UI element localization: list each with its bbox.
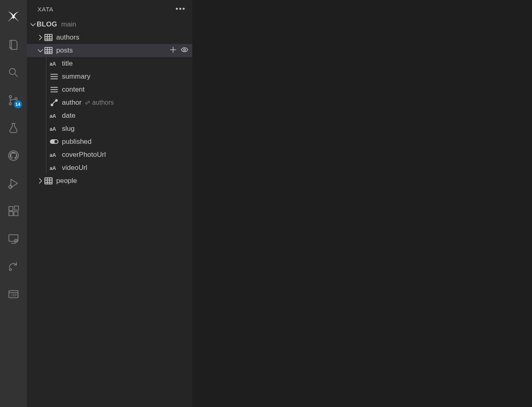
bool-type-icon <box>50 137 59 146</box>
linked-table-ref: authors <box>85 99 114 106</box>
table-label: posts <box>56 46 73 55</box>
svg-rect-6 <box>9 207 13 211</box>
table-posts[interactable]: posts <box>27 44 192 57</box>
column-title[interactable]: aA title <box>27 57 192 70</box>
panel-header: XATA ••• <box>27 0 192 18</box>
add-column-icon[interactable] <box>169 46 177 55</box>
table-label: authors <box>56 33 79 42</box>
column-summary[interactable]: summary <box>27 70 192 83</box>
chevron-down-icon <box>29 21 37 28</box>
github-icon[interactable] <box>0 142 27 169</box>
database-root[interactable]: BLOG main <box>27 18 192 31</box>
svg-rect-15 <box>45 34 52 40</box>
column-label: published <box>62 138 92 146</box>
svg-rect-9 <box>15 206 19 210</box>
link-type-icon <box>50 98 59 107</box>
string-type-icon: aA <box>50 111 59 120</box>
column-label: coverPhotoUrl <box>62 151 106 159</box>
database-branch: main <box>61 20 76 29</box>
activity-bar: 14 /API <box>0 0 27 407</box>
svg-text:/API: /API <box>11 293 19 297</box>
column-label: slug <box>62 125 75 133</box>
svg-rect-7 <box>9 211 13 216</box>
column-label: summary <box>62 73 90 81</box>
source-control-badge: 14 <box>14 100 22 108</box>
column-coverPhotoUrl[interactable]: aA coverPhotoUrl <box>27 148 192 161</box>
column-author[interactable]: author authors <box>27 96 192 109</box>
table-people[interactable]: people <box>27 174 192 187</box>
svg-text:aA: aA <box>50 126 56 132</box>
editor-area <box>192 0 532 407</box>
string-type-icon: aA <box>50 124 59 133</box>
svg-point-3 <box>15 98 18 100</box>
column-label: date <box>62 112 75 120</box>
column-content[interactable]: content <box>27 83 192 96</box>
svg-point-0 <box>9 68 15 75</box>
column-label: author <box>62 99 81 107</box>
column-slug[interactable]: aA slug <box>27 122 192 135</box>
svg-rect-27 <box>45 178 52 184</box>
table-authors[interactable]: authors <box>27 31 192 44</box>
more-actions-icon[interactable]: ••• <box>176 5 186 13</box>
chevron-right-icon <box>37 34 44 41</box>
column-label: videoUrl <box>62 164 87 172</box>
svg-point-24 <box>55 140 58 143</box>
panel-title: XATA <box>37 6 53 13</box>
search-icon[interactable] <box>0 59 27 86</box>
xata-logo-icon[interactable] <box>0 3 27 31</box>
string-type-icon: aA <box>50 59 59 68</box>
table-label: people <box>56 177 77 185</box>
remote-explorer-icon[interactable] <box>0 225 27 253</box>
column-published[interactable]: published <box>27 135 192 148</box>
svg-rect-8 <box>14 211 18 216</box>
run-debug-icon[interactable] <box>0 169 27 197</box>
explorer-icon[interactable] <box>0 31 27 59</box>
svg-text:aA: aA <box>50 61 56 67</box>
svg-point-17 <box>184 48 186 51</box>
table-icon <box>44 46 53 55</box>
svg-text:aA: aA <box>50 113 56 119</box>
column-label: content <box>62 86 85 94</box>
extensions-icon[interactable] <box>0 197 27 225</box>
svg-point-12 <box>9 268 11 271</box>
xata-side-panel: XATA ••• BLOG main authors <box>27 0 192 407</box>
source-control-icon[interactable]: 14 <box>0 86 27 114</box>
live-share-icon[interactable] <box>0 253 27 280</box>
database-name: BLOG <box>37 20 57 29</box>
svg-text:aA: aA <box>50 152 56 158</box>
column-label: title <box>62 59 73 68</box>
testing-icon[interactable] <box>0 114 27 142</box>
api-icon[interactable]: /API <box>0 280 27 308</box>
string-type-icon: aA <box>50 150 59 159</box>
posts-columns-group: aA title summary content au <box>27 57 192 174</box>
database-tree: BLOG main authors posts <box>27 18 192 407</box>
string-type-icon: aA <box>50 163 59 172</box>
svg-rect-16 <box>45 47 52 53</box>
preview-icon[interactable] <box>181 46 188 55</box>
svg-text:aA: aA <box>50 165 56 171</box>
column-date[interactable]: aA date <box>27 109 192 122</box>
table-icon <box>44 33 53 42</box>
text-type-icon <box>50 85 59 94</box>
column-videoUrl[interactable]: aA videoUrl <box>27 161 192 174</box>
table-icon <box>44 176 53 185</box>
chevron-down-icon <box>37 47 44 54</box>
text-type-icon <box>50 72 59 81</box>
chevron-right-icon <box>37 177 44 185</box>
